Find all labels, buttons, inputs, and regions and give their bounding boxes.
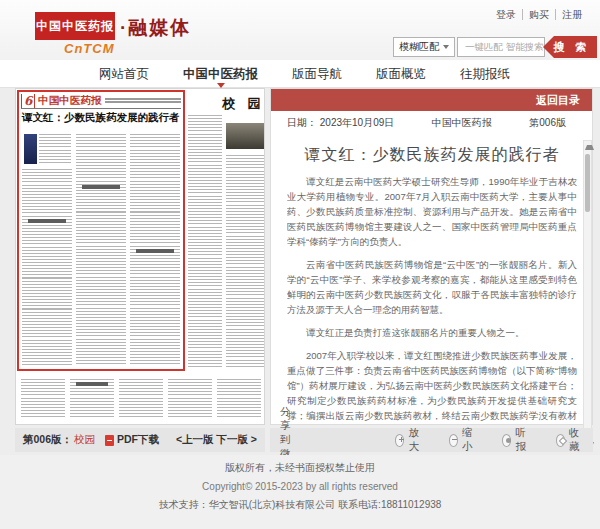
next-page-button[interactable]: 下一版 >	[216, 433, 257, 445]
article-paragraph: 谭文红正是负责打造这张靓丽名片的重要人物之一。	[287, 325, 577, 340]
minus-icon	[449, 434, 458, 447]
newsprint-text-block	[76, 134, 126, 365]
back-to-toc-button[interactable]: 返回目录	[536, 89, 580, 111]
zoom-in-label: 放大	[408, 426, 422, 454]
favorite-label: 收藏	[569, 426, 583, 454]
star-icon	[556, 434, 565, 447]
nav-home[interactable]: 网站首页	[82, 60, 166, 88]
buy-link[interactable]: 购买	[522, 9, 555, 20]
edition-label: 第006版：	[23, 433, 72, 447]
login-link[interactable]: 登录	[490, 9, 522, 20]
zoom-in-button[interactable]: 放大	[395, 426, 423, 454]
newspaper-section-label: 校 园	[222, 95, 266, 113]
listen-label: 听报	[515, 426, 529, 454]
plus-icon	[395, 434, 404, 447]
page-toolbar-right: 分享到微信 放大 缩小 听报 收藏	[270, 428, 593, 452]
newsprint-text-block	[21, 379, 65, 419]
nav-cntcm-news-label: 中国中医药报	[183, 67, 258, 81]
newsprint-text-block	[22, 169, 72, 365]
page-nav: <上一版 下一版 >	[176, 433, 257, 447]
article-portrait-photo	[24, 134, 37, 164]
nav-layout-guide[interactable]: 版面导航	[275, 60, 359, 88]
search-mode-select[interactable]: 模糊匹配	[393, 37, 455, 57]
newsprint-subhead	[82, 185, 120, 189]
main-nav: 网站首页 中国中医药报 版面导航 版面概览 往期报纸	[0, 60, 600, 88]
speaker-icon	[502, 434, 511, 447]
listen-button[interactable]: 听报	[502, 426, 530, 454]
newsprint-text-block	[188, 115, 222, 369]
chevron-down-icon	[443, 45, 449, 49]
newsprint-text-block	[168, 379, 212, 419]
active-tab-indicator-icon	[217, 83, 225, 88]
article-edition: 第006版	[529, 116, 566, 132]
site-footer: 版权所有，未经书面授权禁止使用 Copyright© 2015-2023 by …	[0, 455, 600, 529]
article-meta: 日期： 2023年10月09日 中国中医药报 第006版	[287, 116, 566, 132]
article-paragraph: 谭文红是云南中医药大学硕士研究生导师，1990年毕业于吉林农业大学药用植物专业。…	[287, 174, 577, 249]
zoom-out-button[interactable]: 缩小	[449, 426, 477, 454]
newsprint-text-block	[226, 155, 264, 369]
newsprint-text-block	[217, 379, 261, 419]
nav-cntcm-news[interactable]: 中国中医药报	[166, 60, 275, 88]
prev-page-button[interactable]: <上一版	[176, 433, 214, 445]
search-mode-value: 模糊匹配	[399, 40, 439, 54]
newsprint-text-block	[39, 134, 71, 164]
scroll-up-icon[interactable]	[585, 145, 594, 150]
article-panel: 返回目录 日期： 2023年10月09日 中国中医药报 第006版 谭文红：少数…	[270, 88, 593, 425]
pdf-icon	[105, 435, 114, 446]
logo-suffix: ·融媒体	[120, 15, 191, 41]
search-button[interactable]: 搜 索	[543, 36, 597, 58]
logo-subtitle: CnTCM	[64, 41, 115, 56]
article-scrollbar[interactable]	[583, 140, 592, 452]
newsprint-text-block	[119, 379, 163, 419]
article-source: 中国中医药报	[432, 116, 492, 132]
scrollbar-thumb[interactable]	[585, 154, 590, 212]
article-paragraph: 云南省中医药民族医药博物馆是“云中医”的一张靓丽名片。新入学的“云中医”学子、来…	[287, 257, 577, 317]
account-links: 登录购买注册	[490, 8, 588, 22]
newsprint-subhead	[76, 382, 108, 386]
edition-section-link[interactable]: 校园	[74, 433, 95, 447]
article-paragraph: 2007年入职学校以来，谭文红围绕推进少数民族医药事业发展，重点做了三件事：负责…	[287, 348, 577, 421]
footer-tech-support: 技术支持：华文智讯(北京)科技有限公司 联系电话:18811012938	[0, 498, 600, 512]
nav-past-issues[interactable]: 往期报纸	[443, 60, 527, 88]
header: 中国中医药报 ·融媒体 CnTCM 登录购买注册 模糊匹配 一键匹配 智能搜索 …	[0, 0, 600, 60]
footer-copyright-cn: 版权所有，未经书面授权禁止使用	[0, 461, 600, 475]
nav-layout-overview[interactable]: 版面概览	[359, 60, 443, 88]
search-input[interactable]: 一键匹配 智能搜索	[457, 37, 545, 57]
page-toolbar-left: 第006版： 校园 PDF下载 <上一版 下一版 >	[15, 428, 265, 452]
newsprint-subhead	[28, 219, 66, 223]
article-body: 谭文红：少数民族药发展的践行者 谭文红是云南中医药大学硕士研究生导师，1990年…	[287, 135, 577, 421]
page: 中国中医药报 ·融媒体 CnTCM 登录购买注册 模糊匹配 一键匹配 智能搜索 …	[0, 0, 600, 529]
site-logo[interactable]: 中国中医药报	[35, 12, 115, 40]
article-panel-header: 返回目录	[271, 89, 592, 111]
newspaper-page-thumbnail: 6 中国中医药报 校 园 谭文红：少数民族药发展的践行者	[15, 88, 265, 425]
search-placeholder: 一键匹配 智能搜索	[465, 41, 544, 54]
favorite-button[interactable]: 收藏	[556, 426, 584, 454]
newsprint-subhead	[136, 249, 174, 253]
article-date: 日期： 2023年10月09日	[287, 116, 394, 132]
zoom-out-label: 缩小	[462, 426, 476, 454]
pdf-download-button[interactable]: PDF下载	[117, 433, 159, 447]
article-title: 谭文红：少数民族药发展的践行者	[287, 145, 577, 166]
sidebar-article-photo	[226, 123, 264, 149]
newspaper-article-headline[interactable]: 谭文红：少数民族药发展的践行者	[22, 111, 178, 125]
footer-copyright-en: Copyright© 2015-2023 by all rights reser…	[0, 481, 600, 492]
register-link[interactable]: 注册	[555, 9, 588, 20]
